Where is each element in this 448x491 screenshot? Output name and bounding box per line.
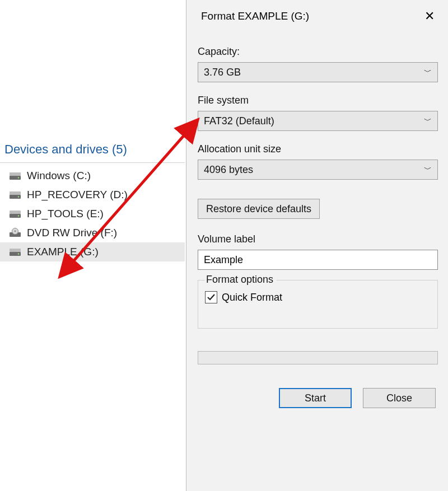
close-icon[interactable]: ✕ (420, 8, 439, 25)
optical-drive-icon (9, 228, 21, 238)
restore-defaults-button[interactable]: Restore device defaults (198, 199, 320, 219)
drive-label: EXAMPLE (G:) (27, 246, 99, 258)
drive-item-dvd-f[interactable]: DVD RW Drive (F:) (0, 223, 185, 242)
drive-icon (9, 190, 21, 200)
progress-bar (198, 351, 438, 364)
svg-rect-7 (10, 211, 21, 214)
format-dialog: Format EXAMPLE (G:) ✕ Capacity: 3.76 GB … (186, 0, 448, 491)
filesystem-select[interactable]: FAT32 (Default) ﹀ (198, 111, 438, 131)
drive-label: Windows (C:) (27, 170, 91, 182)
dialog-title: Format EXAMPLE (G:) (201, 10, 309, 22)
svg-rect-1 (10, 172, 21, 176)
chevron-down-icon: ﹀ (424, 116, 432, 126)
filesystem-value: FAT32 (Default) (204, 115, 274, 127)
drive-item-windows-c[interactable]: Windows (C:) (0, 166, 185, 185)
format-options-label: Format options (205, 274, 277, 286)
allocation-value: 4096 bytes (204, 164, 253, 176)
explorer-panel: Devices and drives (5) Windows (C:) HP_R… (0, 140, 185, 261)
drive-icon (9, 209, 21, 219)
drive-label: HP_TOOLS (E:) (27, 208, 104, 220)
svg-point-8 (18, 215, 19, 216)
devices-section-header[interactable]: Devices and drives (5) (0, 140, 185, 163)
quick-format-label: Quick Format (222, 292, 282, 303)
chevron-down-icon: ﹀ (424, 165, 432, 175)
format-options-group: Format options Quick Format (198, 280, 438, 329)
drive-item-example-g[interactable]: EXAMPLE (G:) (0, 242, 185, 261)
svg-rect-4 (10, 191, 21, 195)
drive-item-hp-recovery-d[interactable]: HP_RECOVERY (D:) (0, 185, 185, 204)
dialog-titlebar[interactable]: Format EXAMPLE (G:) ✕ (186, 0, 448, 32)
drive-icon (9, 171, 21, 181)
capacity-select[interactable]: 3.76 GB ﹀ (198, 62, 438, 82)
svg-point-2 (18, 177, 19, 178)
allocation-label: Allocation unit size (198, 143, 438, 155)
drive-label: DVD RW Drive (F:) (27, 227, 117, 239)
capacity-value: 3.76 GB (204, 67, 241, 78)
chevron-down-icon: ﹀ (424, 67, 432, 77)
allocation-select[interactable]: 4096 bytes ﹀ (198, 160, 438, 180)
quick-format-checkbox[interactable] (205, 291, 217, 303)
svg-point-14 (18, 253, 19, 254)
drive-item-hp-tools-e[interactable]: HP_TOOLS (E:) (0, 204, 185, 223)
usb-drive-icon (9, 247, 21, 257)
svg-rect-13 (10, 249, 21, 252)
volume-label-input[interactable] (198, 250, 438, 270)
capacity-label: Capacity: (198, 46, 438, 58)
check-icon (207, 293, 216, 302)
start-button[interactable]: Start (279, 388, 352, 408)
svg-point-11 (15, 231, 16, 232)
drive-label: HP_RECOVERY (D:) (27, 189, 128, 201)
volume-label-label: Volume label (198, 233, 438, 245)
filesystem-label: File system (198, 95, 438, 106)
drive-list: Windows (C:) HP_RECOVERY (D:) HP_TOOLS (… (0, 166, 185, 261)
svg-point-5 (18, 196, 19, 197)
close-button[interactable]: Close (363, 388, 436, 408)
